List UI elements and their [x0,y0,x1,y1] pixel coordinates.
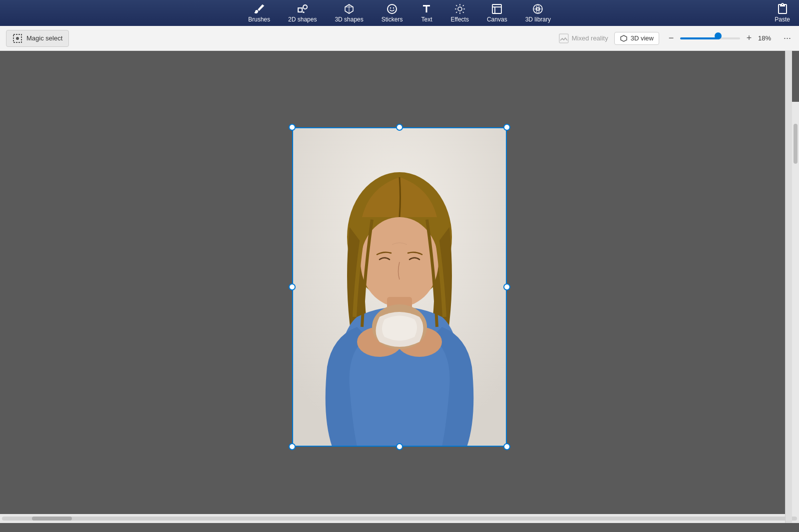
main-canvas-area [0,51,799,523]
svg-line-12 [462,12,463,13]
more-options-button[interactable]: ··· [782,33,793,43]
scrollbar-track [2,517,797,521]
top-toolbar: Brushes 2D shapes 3D shapes [0,0,799,26]
toolbar-stickers[interactable]: Stickers [373,1,412,25]
shapes2d-icon [297,3,309,15]
bottom-scrollbar[interactable] [0,514,799,523]
handle-bottom-center[interactable] [396,443,403,450]
handle-bottom-left[interactable] [289,443,296,450]
library3d-icon [532,3,544,15]
scrollbar-thumb[interactable] [32,517,72,521]
svg-rect-21 [559,34,568,43]
magic-select-label: Magic select [26,34,62,42]
toolbar-text[interactable]: Text [411,1,441,25]
zoom-slider-track [680,37,740,39]
toolbar-3dlibrary[interactable]: 3D library [516,1,560,25]
svg-point-4 [390,7,391,8]
paste-button[interactable]: Paste [766,0,799,26]
handle-top-left[interactable] [289,124,296,131]
canvas-image-wrapper[interactable] [292,127,507,447]
magic-select-button[interactable]: Magic select [6,30,69,47]
canvas-image [292,127,507,447]
handle-top-right[interactable] [503,124,510,131]
zoom-controls: − + 18% [665,32,776,44]
toolbar-3dshapes-label: 3D shapes [335,16,363,23]
toolbar-canvas-label: Canvas [487,16,507,23]
svg-point-3 [388,4,397,13]
mixed-reality-label: Mixed reality [572,34,608,42]
zoom-in-button[interactable]: + [743,32,755,44]
toolbar-3dshapes[interactable]: 3D shapes [326,1,372,25]
zoom-out-button[interactable]: − [665,32,677,44]
toolbar-2dshapes[interactable]: 2D shapes [279,1,326,25]
svg-point-20 [16,37,19,40]
toolbar-3dlibrary-label: 3D library [525,16,551,23]
shapes3d-icon [343,3,355,15]
toolbar-canvas[interactable]: Canvas [478,1,516,25]
svg-rect-0 [298,8,302,12]
toolbar-brushes[interactable]: Brushes [239,1,279,25]
3d-view-icon [620,34,628,42]
secondary-toolbar: Magic select Mixed reality 3D view − + 1… [0,26,799,51]
sticker-icon [386,3,398,15]
toolbar-2dshapes-label: 2D shapes [288,16,317,23]
svg-line-14 [456,12,457,13]
toolbar-effects-label: Effects [450,16,468,23]
svg-line-11 [456,5,457,6]
toolbar-stickers-label: Stickers [382,16,403,23]
handle-middle-left[interactable] [289,283,296,290]
secondary-toolbar-right: Mixed reality 3D view − + 18% ··· [559,32,793,45]
zoom-slider-container[interactable] [680,35,740,42]
right-scrollbar-thumb[interactable] [794,124,798,164]
svg-point-6 [458,7,462,11]
effects-icon [454,3,466,15]
paste-icon [777,3,789,15]
svg-marker-2 [303,11,305,13]
toolbar-items: Brushes 2D shapes 3D shapes [239,1,560,25]
zoom-slider-thumb[interactable] [715,32,722,39]
text-icon [420,3,432,15]
right-scrollbar[interactable] [792,102,799,514]
svg-marker-22 [621,35,627,41]
magic-select-icon [12,33,22,43]
handle-bottom-right[interactable] [503,443,510,450]
handle-middle-right[interactable] [503,283,510,290]
handle-top-center[interactable] [396,124,403,131]
3d-view-button[interactable]: 3D view [614,32,659,45]
toolbar-brushes-label: Brushes [248,16,270,23]
mixed-reality-button[interactable]: Mixed reality [559,33,608,43]
canvas-container [292,127,507,447]
svg-rect-15 [492,4,501,13]
svg-point-5 [393,7,394,8]
toolbar-text-label: Text [421,16,432,23]
paste-label: Paste [775,16,790,23]
right-panel-strip [785,51,792,523]
3d-view-label: 3D view [631,34,654,42]
brush-icon [253,3,265,15]
toolbar-effects[interactable]: Effects [441,1,477,25]
mixed-reality-icon [559,33,569,43]
canvas-icon [491,3,503,15]
svg-line-13 [462,5,463,6]
svg-point-1 [303,5,307,9]
zoom-value: 18% [758,34,776,42]
